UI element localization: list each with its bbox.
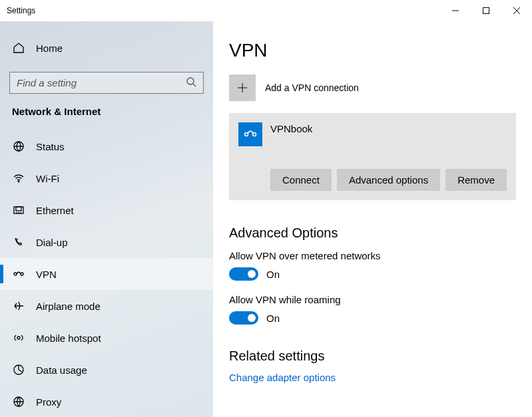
connect-button[interactable]: Connect [270, 169, 332, 191]
vpn-connection-icon [238, 122, 262, 146]
search-box[interactable] [9, 72, 204, 94]
nav-label: VPN [36, 269, 57, 280]
svg-point-14 [21, 273, 23, 275]
sidebar-item-dialup[interactable]: Dial-up [0, 226, 213, 258]
add-vpn-label: Add a VPN connection [265, 82, 359, 93]
metered-toggle[interactable] [229, 267, 258, 281]
dialup-icon [12, 235, 25, 249]
window-title: Settings [7, 6, 35, 15]
datausage-icon [12, 363, 25, 376]
svg-line-5 [193, 84, 196, 86]
proxy-icon [12, 395, 25, 408]
roaming-toggle-state: On [266, 313, 280, 324]
sidebar-item-vpn[interactable]: VPN [0, 258, 213, 290]
nav-label: Dial-up [36, 237, 68, 248]
nav-label: Status [36, 141, 65, 152]
main-content: VPN Add a VPN connection VPNbook Connect… [213, 21, 532, 417]
window-controls [440, 0, 532, 21]
svg-point-7 [18, 181, 19, 182]
page-title: VPN [229, 40, 516, 61]
vpn-connection-card[interactable]: VPNbook Connect Advanced options Remove [229, 113, 516, 200]
roaming-toggle[interactable] [229, 311, 258, 325]
nav-label: Proxy [36, 396, 61, 408]
nav-label: Ethernet [36, 205, 74, 216]
metered-toggle-label: Allow VPN over metered networks [229, 250, 516, 261]
vpn-connection-name: VPNbook [270, 122, 312, 134]
svg-point-4 [187, 78, 194, 84]
remove-button[interactable]: Remove [445, 169, 507, 191]
change-adapter-link[interactable]: Change adapter options [229, 372, 516, 383]
search-input[interactable] [17, 77, 186, 88]
sidebar-category: Network & Internet [0, 106, 213, 117]
nav-label: Wi-Fi [36, 173, 59, 184]
nav-label: Airplane mode [36, 301, 101, 312]
sidebar-item-ethernet[interactable]: Ethernet [0, 194, 213, 226]
sidebar-item-hotspot[interactable]: Mobile hotspot [0, 322, 213, 354]
sidebar-item-airplane[interactable]: Airplane mode [0, 290, 213, 322]
wifi-icon [12, 172, 25, 185]
sidebar-item-proxy[interactable]: Proxy [0, 386, 213, 417]
search-icon [186, 76, 196, 89]
sidebar-item-datausage[interactable]: Data usage [0, 354, 213, 386]
svg-point-13 [14, 273, 17, 275]
nav-label: Mobile hotspot [36, 333, 101, 344]
status-icon [12, 140, 25, 153]
sidebar-item-status[interactable]: Status [0, 130, 213, 162]
add-vpn-row[interactable]: Add a VPN connection [229, 74, 516, 101]
airplane-icon [12, 299, 25, 313]
vpn-icon [12, 267, 25, 281]
metered-toggle-state: On [266, 269, 280, 280]
minimize-button[interactable] [440, 0, 471, 21]
close-button[interactable] [501, 0, 532, 21]
svg-rect-9 [16, 207, 21, 211]
hotspot-icon [12, 331, 25, 345]
sidebar: Home Network & Internet Status Wi-Fi [0, 21, 213, 417]
titlebar: Settings [0, 0, 532, 21]
home-icon [12, 41, 25, 55]
roaming-toggle-label: Allow VPN while roaming [229, 294, 516, 305]
related-settings-title: Related settings [229, 348, 516, 364]
sidebar-item-wifi[interactable]: Wi-Fi [0, 162, 213, 194]
nav-label: Data usage [36, 364, 87, 376]
ethernet-icon [12, 204, 25, 217]
maximize-button[interactable] [471, 0, 501, 21]
sidebar-home[interactable]: Home [0, 36, 213, 60]
svg-point-15 [17, 337, 20, 339]
svg-rect-1 [483, 8, 489, 14]
advanced-options-title: Advanced Options [229, 225, 516, 241]
sidebar-home-label: Home [36, 43, 63, 54]
plus-icon [229, 74, 256, 101]
advanced-options-button[interactable]: Advanced options [337, 169, 440, 191]
